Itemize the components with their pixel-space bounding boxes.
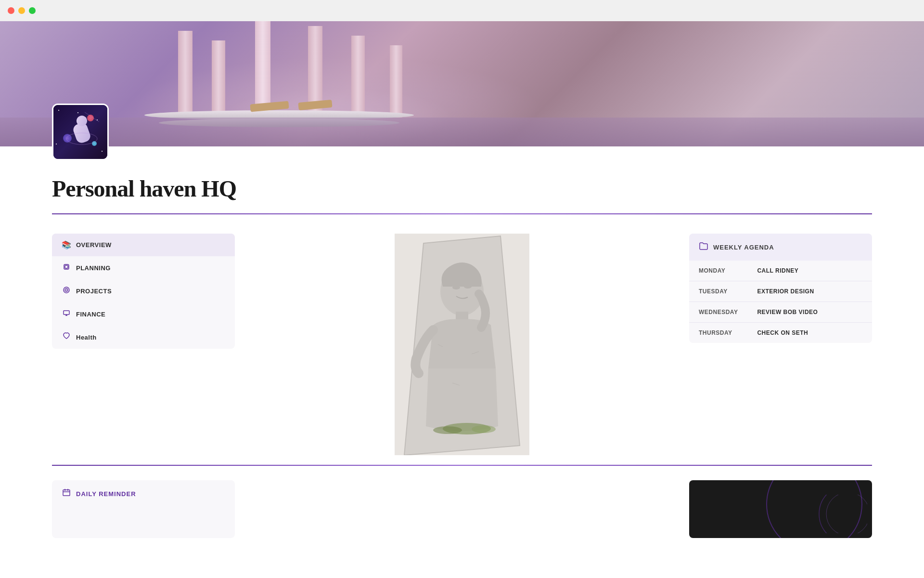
close-button[interactable] bbox=[8, 7, 14, 14]
main-content: Personal haven HQ 📚 OVERVIEW PLANNING bbox=[0, 146, 924, 557]
page-icon bbox=[52, 104, 109, 160]
folder-icon bbox=[699, 241, 708, 253]
agenda-row-tuesday: TUESDAY EXTERIOR DESIGN bbox=[689, 281, 872, 302]
water-surface bbox=[0, 118, 924, 146]
svg-point-28 bbox=[826, 495, 867, 533]
agenda-header-text: WEEKLY AGENDA bbox=[713, 244, 774, 251]
svg-rect-7 bbox=[64, 311, 69, 315]
nav-label-finance: FINANCE bbox=[76, 311, 105, 318]
books-icon: 📚 bbox=[62, 240, 71, 250]
monitor-icon bbox=[62, 309, 71, 319]
lounger-chair bbox=[298, 100, 332, 110]
agenda-day-thursday: THURSDAY bbox=[689, 323, 747, 343]
bottom-divider bbox=[52, 465, 872, 466]
pillar bbox=[212, 40, 225, 118]
hero-banner bbox=[0, 21, 924, 146]
agenda-task-tuesday: EXTERIOR DESIGN bbox=[747, 281, 872, 302]
heart-icon bbox=[62, 332, 71, 342]
nav-label-projects: PROJECTS bbox=[76, 288, 112, 295]
pillar bbox=[390, 45, 402, 118]
astronaut-scene bbox=[53, 105, 107, 159]
agenda-day-monday: MONDAY bbox=[689, 261, 747, 281]
chart-decoration bbox=[790, 495, 867, 533]
bottom-grid: DAILY REMINDER bbox=[52, 480, 872, 538]
pillar bbox=[178, 31, 192, 118]
reminder-icon bbox=[62, 488, 71, 499]
nav-label-overview: OVERVIEW bbox=[76, 241, 112, 249]
daily-reminder-panel: DAILY REMINDER bbox=[52, 480, 235, 538]
orbit-lines bbox=[56, 107, 108, 159]
agenda-row-monday: MONDAY CALL RIDNEY bbox=[689, 261, 872, 281]
title-divider bbox=[52, 213, 872, 214]
agenda-table: MONDAY CALL RIDNEY TUESDAY EXTERIOR DESI… bbox=[689, 261, 872, 343]
agenda-panel-header: WEEKLY AGENDA bbox=[689, 234, 872, 261]
nav-item-overview[interactable]: 📚 OVERVIEW bbox=[52, 234, 235, 256]
pillar bbox=[351, 36, 365, 118]
daily-reminder-header: DAILY REMINDER bbox=[52, 480, 235, 507]
agenda-task-wednesday: REVIEW BOB VIDEO bbox=[747, 302, 872, 323]
nav-item-projects[interactable]: PROJECTS bbox=[52, 279, 235, 302]
nav-label-health: Health bbox=[76, 334, 97, 341]
nav-item-health[interactable]: Health bbox=[52, 326, 235, 349]
content-grid: 📚 OVERVIEW PLANNING bbox=[52, 234, 872, 455]
window-chrome bbox=[0, 0, 924, 21]
svg-point-19 bbox=[472, 425, 496, 433]
svg-point-6 bbox=[66, 289, 67, 290]
bottom-center-empty bbox=[254, 480, 670, 538]
nav-panel: 📚 OVERVIEW PLANNING bbox=[52, 234, 235, 349]
agenda-task-thursday: CHECK ON SETH bbox=[747, 323, 872, 343]
agenda-day-tuesday: TUESDAY bbox=[689, 281, 747, 302]
page-title: Personal haven HQ bbox=[52, 175, 872, 202]
nav-item-finance[interactable]: FINANCE bbox=[52, 302, 235, 326]
nav-label-planning: PLANNING bbox=[76, 264, 111, 272]
nav-item-planning[interactable]: PLANNING bbox=[52, 256, 235, 279]
minimize-button[interactable] bbox=[18, 7, 25, 14]
agenda-row-wednesday: WEDNESDAY REVIEW BOB VIDEO bbox=[689, 302, 872, 323]
statue-image bbox=[395, 234, 529, 455]
dark-visualization-panel bbox=[689, 480, 872, 538]
daily-reminder-text: DAILY REMINDER bbox=[76, 490, 136, 498]
agenda-day-wednesday: WEDNESDAY bbox=[689, 302, 747, 323]
svg-rect-23 bbox=[63, 490, 70, 496]
svg-line-1 bbox=[85, 112, 99, 122]
svg-point-18 bbox=[433, 426, 462, 434]
agenda-task-monday: CALL RIDNEY bbox=[747, 261, 872, 281]
agenda-panel: WEEKLY AGENDA MONDAY CALL RIDNEY TUESDAY… bbox=[689, 234, 872, 343]
svg-point-0 bbox=[66, 133, 97, 144]
maximize-button[interactable] bbox=[29, 7, 36, 14]
center-image-area bbox=[254, 234, 670, 455]
cube-icon bbox=[62, 263, 71, 273]
agenda-row-thursday: THURSDAY CHECK ON SETH bbox=[689, 323, 872, 343]
svg-rect-3 bbox=[65, 265, 68, 268]
target-icon bbox=[62, 286, 71, 296]
